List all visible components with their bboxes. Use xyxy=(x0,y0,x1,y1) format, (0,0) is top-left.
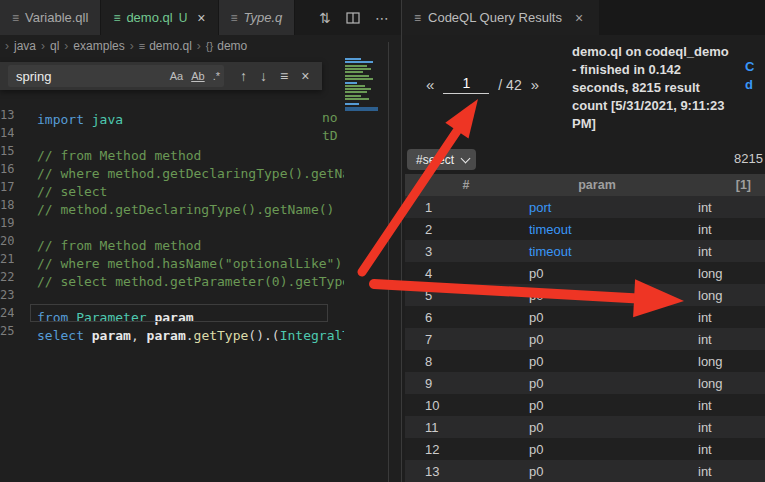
table-row: 13p0int xyxy=(405,460,765,482)
type-cell: long xyxy=(667,266,765,281)
line-number: 20 xyxy=(0,232,14,250)
find-in-selection-icon[interactable]: ≡ xyxy=(280,68,288,84)
param-cell-link[interactable]: port xyxy=(527,200,667,215)
pagination: « / 42 » xyxy=(426,75,539,94)
row-number: 2 xyxy=(405,222,527,237)
row-number: 3 xyxy=(405,244,527,259)
minimap-mark xyxy=(345,88,371,90)
minimap-mark xyxy=(345,103,359,105)
results-table: # param [1] 1portint2timeoutint3timeouti… xyxy=(405,174,765,482)
code-token xyxy=(84,328,92,343)
minimap-mark xyxy=(345,98,369,100)
chevron-right-icon: › xyxy=(64,39,68,53)
divider-line xyxy=(388,42,389,482)
minimap[interactable] xyxy=(345,58,378,153)
code-token: . xyxy=(186,328,194,343)
regex-icon[interactable]: .* xyxy=(213,70,220,82)
editor-actions: ⇅ ⋯ xyxy=(319,0,401,35)
type-cell: long xyxy=(667,354,765,369)
code-token: param xyxy=(147,328,186,343)
type-cell: int xyxy=(667,310,765,325)
param-cell: p0 xyxy=(527,376,667,391)
code-token: , xyxy=(131,328,147,343)
line-number: 18 xyxy=(0,196,14,214)
minimap-mark xyxy=(345,68,371,70)
breadcrumb-item-examples[interactable]: examples xyxy=(73,39,124,53)
code-line: 14 xyxy=(0,124,344,142)
close-icon[interactable]: × xyxy=(197,10,205,26)
type-cell: int xyxy=(667,200,765,215)
tab-variable-qll[interactable]: ≡Variable.qll xyxy=(0,0,101,35)
param-cell-link[interactable]: timeout xyxy=(527,244,667,259)
code-line: 15// from Method method xyxy=(0,142,344,160)
minimap-mark xyxy=(345,107,378,111)
table-row: 10p0int xyxy=(405,394,765,416)
tab-label: Variable.qll xyxy=(25,10,88,25)
row-number: 8 xyxy=(405,354,527,369)
row-number: 1 xyxy=(405,200,527,215)
result-set-dropdown[interactable]: #select xyxy=(407,149,476,170)
tab-codeql-query-results[interactable]: ≡ CodeQL Query Results × xyxy=(402,0,599,35)
find-previous-icon[interactable]: ↑ xyxy=(240,68,247,84)
table-row: 5p0long xyxy=(405,284,765,306)
truncated-links: C d xyxy=(745,58,754,94)
code-token: getType xyxy=(194,328,249,343)
code-line: 23 xyxy=(0,286,344,304)
match-case-icon[interactable]: Aa xyxy=(170,70,183,82)
code-area[interactable]: 13import java1415// from Method method16… xyxy=(0,106,344,482)
breadcrumb-item-java[interactable]: java xyxy=(14,39,36,53)
vscode-window: ≡Variable.qll≡demo.qlU×≡Type.q ⇅ ⋯ ›java… xyxy=(0,0,765,482)
find-input[interactable] xyxy=(8,69,166,84)
minimap-mark xyxy=(345,82,357,84)
table-row: 1portint xyxy=(405,196,765,218)
arrows-swap-icon[interactable]: ⇅ xyxy=(319,10,331,26)
chevron-right-icon: › xyxy=(197,39,201,53)
type-cell: int xyxy=(667,464,765,479)
table-row: 2timeoutint xyxy=(405,218,765,240)
find-close-icon[interactable]: × xyxy=(301,68,309,84)
breadcrumb-item-demo-ql[interactable]: ≡demo.ql xyxy=(139,39,192,53)
code-line: 24from Parameter param xyxy=(0,304,344,322)
find-widget: Aa Ab .* ↑ ↓ ≡ × xyxy=(0,62,322,90)
breadcrumb-label: demo xyxy=(217,39,247,53)
line-number: 21 xyxy=(0,250,14,268)
line-number: 16 xyxy=(0,160,14,178)
tab-type-q[interactable]: ≡Type.q xyxy=(219,0,296,35)
truncated-link-1[interactable]: C xyxy=(745,58,754,76)
code-editor[interactable]: no tD 13import java1415// from Method me… xyxy=(0,57,401,482)
result-count: 8215 xyxy=(734,151,763,166)
code-token: ().( xyxy=(248,328,279,343)
table-row: 11p0int xyxy=(405,416,765,438)
breadcrumb-item-demo[interactable]: {}demo xyxy=(206,39,247,53)
type-cell: int xyxy=(667,222,765,237)
close-icon[interactable]: × xyxy=(575,10,583,26)
breadcrumb-label: demo.ql xyxy=(149,39,192,53)
last-page-button[interactable]: » xyxy=(531,76,539,93)
find-next-icon[interactable]: ↓ xyxy=(260,68,267,84)
breadcrumb-label: ql xyxy=(50,39,59,53)
truncated-link-2[interactable]: d xyxy=(745,76,754,94)
chevron-right-icon: › xyxy=(130,39,134,53)
page-number-input[interactable] xyxy=(443,75,489,94)
file-icon: ≡ xyxy=(113,11,120,25)
row-number: 4 xyxy=(405,266,527,281)
first-page-button[interactable]: « xyxy=(426,76,434,93)
split-editor-icon[interactable] xyxy=(346,11,360,25)
whole-word-icon[interactable]: Ab xyxy=(191,70,204,82)
code-token: IntegralTyp xyxy=(280,328,344,343)
tab-demo-ql[interactable]: ≡demo.qlU× xyxy=(101,0,218,35)
param-cell-link[interactable]: timeout xyxy=(527,222,667,237)
row-number: 11 xyxy=(405,420,527,435)
code-token: select xyxy=(37,328,84,343)
row-number: 7 xyxy=(405,332,527,347)
breadcrumb-item-ql[interactable]: ql xyxy=(50,39,59,53)
param-cell: p0 xyxy=(527,332,667,347)
code-line: 18// method.getDeclaringType().getName() xyxy=(0,196,344,214)
minimap-mark xyxy=(345,95,361,97)
line-number: 25 xyxy=(0,322,14,340)
code-line: 25select param, param.getType().(Integra… xyxy=(0,322,344,340)
more-actions-icon[interactable]: ⋯ xyxy=(375,10,389,26)
find-input-wrap: Aa Ab .* xyxy=(8,65,224,87)
type-cell: int xyxy=(667,244,765,259)
param-cell: p0 xyxy=(527,442,667,457)
